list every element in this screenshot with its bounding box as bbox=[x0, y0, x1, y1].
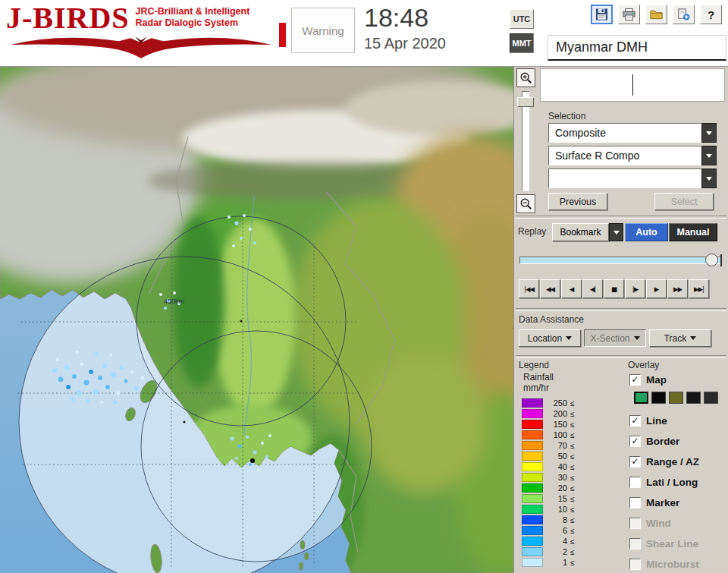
legend-row: 40≤ bbox=[522, 461, 575, 472]
combo-arrow-button[interactable] bbox=[701, 146, 717, 165]
location-button[interactable]: Location bbox=[519, 329, 581, 347]
combo-arrow-button[interactable] bbox=[701, 168, 717, 188]
legend-row: 20≤ bbox=[522, 483, 575, 493]
legend-unit-line1: Rainfall bbox=[523, 372, 554, 383]
overlay-checkbox-wind: Wind bbox=[629, 515, 671, 530]
legend-row: 8≤ bbox=[522, 515, 575, 525]
radar-site-marker bbox=[250, 458, 255, 463]
play-reverse-button[interactable]: ◀ bbox=[561, 279, 582, 298]
map-style-swatch[interactable] bbox=[704, 392, 718, 404]
overlay-checkbox-border[interactable]: Border bbox=[629, 433, 679, 449]
legend-unit-line2: mm/hr bbox=[523, 383, 549, 393]
legend-row: 15≤ bbox=[522, 493, 575, 504]
fast-forward-button[interactable]: ▶▶ bbox=[667, 279, 688, 298]
composite-combobox[interactable]: Composite bbox=[548, 123, 717, 143]
fast-rewind-button[interactable]: ◀◀ bbox=[540, 279, 560, 298]
chevron-down-icon bbox=[706, 154, 712, 158]
legend-color-swatch bbox=[522, 505, 543, 514]
zoom-out-button[interactable] bbox=[516, 194, 535, 213]
legend-color-swatch bbox=[522, 537, 543, 546]
legend-row: 30≤ bbox=[522, 472, 575, 483]
bookmark-button[interactable]: Bookmark bbox=[552, 223, 623, 241]
print-button[interactable] bbox=[618, 5, 640, 24]
map-style-swatch[interactable] bbox=[686, 392, 701, 404]
legend-color-swatch bbox=[522, 473, 543, 482]
header-toolbar: ? bbox=[591, 5, 722, 24]
overlay-checkbox-range-az[interactable]: Range / AZ bbox=[629, 454, 699, 469]
legend-row: 100≤ bbox=[522, 430, 575, 440]
clock-date: 15 Apr 2020 bbox=[364, 35, 446, 52]
zoom-out-icon bbox=[519, 197, 533, 211]
warning-indicator[interactable]: Warning bbox=[291, 8, 355, 53]
map-style-swatch[interactable] bbox=[651, 392, 666, 404]
overlay-checkbox-marker[interactable]: Marker bbox=[629, 495, 679, 510]
logo-accent-bar bbox=[279, 23, 286, 47]
chevron-down-icon bbox=[706, 131, 712, 135]
legend-row: 70≤ bbox=[522, 440, 575, 451]
zoom-slider-thumb[interactable] bbox=[517, 97, 534, 107]
product-combobox[interactable]: Surface R Compo bbox=[548, 146, 717, 165]
map-style-swatch[interactable] bbox=[669, 392, 683, 404]
timezone-switch: UTC MMT bbox=[510, 9, 534, 58]
clock: 18:48 15 Apr 2020 bbox=[364, 3, 446, 52]
export-button[interactable] bbox=[673, 5, 695, 24]
timeline-thumb[interactable] bbox=[705, 253, 718, 266]
save-button[interactable] bbox=[591, 5, 613, 24]
legend-color-swatch bbox=[522, 515, 543, 524]
help-button[interactable]: ? bbox=[700, 5, 722, 24]
control-panel: Selection Composite Surface R Compo Prev… bbox=[513, 67, 728, 573]
bookmark-arrow-button[interactable] bbox=[609, 223, 623, 241]
overlay-checkbox-line[interactable]: Line bbox=[629, 413, 667, 428]
step-back-button[interactable]: ◀| bbox=[582, 279, 603, 298]
legend-color-swatch bbox=[522, 420, 543, 429]
playback-controls: |◀◀ ◀◀ ◀ ◀| ■ |▶ ▶ ▶▶ ▶▶| bbox=[519, 279, 709, 298]
checkbox-icon bbox=[629, 497, 641, 508]
legend-row: 10≤ bbox=[522, 504, 575, 515]
data-assistance-label: Data Assistance bbox=[519, 314, 584, 325]
skip-first-button[interactable]: |◀◀ bbox=[519, 279, 539, 298]
replay-timeline-slider[interactable] bbox=[519, 257, 721, 264]
checkbox-icon bbox=[629, 456, 641, 468]
chevron-down-icon bbox=[634, 336, 640, 340]
select-button[interactable]: Select bbox=[654, 193, 714, 210]
separator bbox=[516, 308, 726, 311]
legend-color-swatch bbox=[522, 483, 543, 493]
command-input[interactable] bbox=[540, 68, 725, 102]
overlay-checkbox-lati-long[interactable]: Lati / Long bbox=[629, 474, 698, 490]
x-section-button[interactable]: X-Section bbox=[584, 329, 646, 347]
range-label: 450km bbox=[164, 298, 184, 305]
map-canvas: 450km bbox=[0, 67, 513, 573]
legend-color-swatch bbox=[522, 494, 543, 503]
export-media-icon bbox=[676, 8, 691, 21]
overlay-label: Overlay bbox=[628, 360, 659, 370]
track-button[interactable]: Track bbox=[649, 329, 711, 347]
eagle-icon bbox=[8, 36, 275, 59]
legend-row: 2≤ bbox=[522, 546, 575, 557]
separator bbox=[516, 216, 726, 219]
overlay-checkbox-microburst: Microburst bbox=[629, 556, 699, 571]
manual-mode-button[interactable]: Manual bbox=[669, 223, 717, 241]
logo-title: J-BIRDS bbox=[6, 2, 130, 35]
skip-last-button[interactable]: ▶▶| bbox=[689, 279, 709, 298]
map-style-swatch[interactable] bbox=[634, 392, 648, 404]
stop-button[interactable]: ■ bbox=[604, 279, 624, 298]
jbirds-logo: J-BIRDS JRC-Brilliant & Intelligent Rada… bbox=[6, 2, 279, 65]
overlay-checkbox-map[interactable]: Map bbox=[629, 372, 667, 387]
utc-button[interactable]: UTC bbox=[510, 9, 534, 29]
auto-mode-button[interactable]: Auto bbox=[625, 223, 668, 241]
open-folder-button[interactable] bbox=[645, 5, 667, 24]
selection-label: Selection bbox=[548, 111, 585, 121]
radar-map[interactable]: 450km bbox=[0, 67, 513, 573]
chevron-down-icon bbox=[706, 177, 712, 181]
zoom-controls bbox=[516, 68, 537, 217]
combo-arrow-button[interactable] bbox=[701, 123, 717, 143]
checkbox-icon bbox=[629, 559, 641, 570]
chevron-down-icon bbox=[690, 336, 696, 340]
mmt-button[interactable]: MMT bbox=[510, 33, 534, 53]
extra-combobox[interactable] bbox=[548, 168, 717, 188]
step-forward-button[interactable]: |▶ bbox=[625, 279, 645, 298]
zoom-in-button[interactable] bbox=[516, 68, 535, 87]
play-button[interactable]: ▶ bbox=[646, 279, 667, 298]
legend-row: 200≤ bbox=[522, 408, 575, 419]
previous-button[interactable]: Previous bbox=[548, 193, 607, 210]
